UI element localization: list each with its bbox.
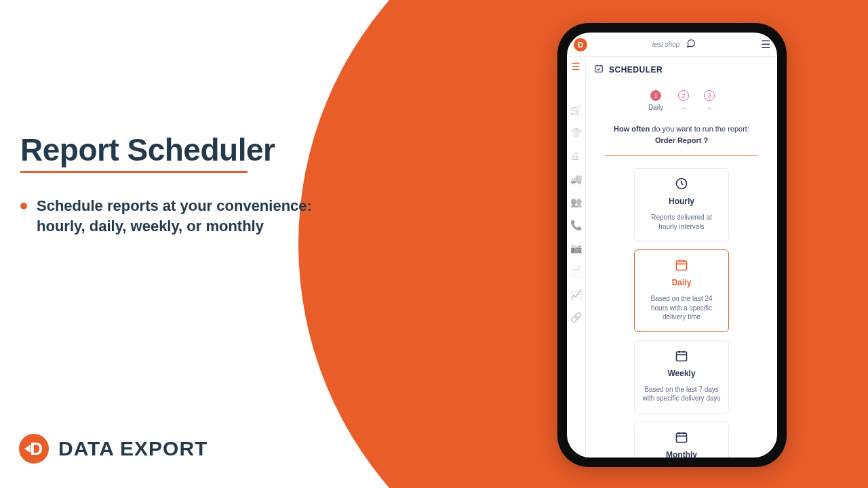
file-icon[interactable]: 📄 [570,266,582,277]
rail-menu-icon[interactable]: ☰ [572,61,580,72]
phone-screen: D test shop ☰ ☰ 🛒👕🖨🚚👥📞📷📄📈🔗 [567,33,777,458]
printer-icon[interactable]: 🖨 [570,150,582,161]
content-area: SCHEDULER 1Daily2--3-- How often do you … [586,57,777,458]
prompt-rest: do you want to run the report: [650,125,749,133]
step-1[interactable]: 1Daily [648,90,663,111]
page-title: Report Scheduler [20,132,275,172]
scheduler-icon [594,64,604,75]
bullet-text: Schedule reports at your convenience: ho… [37,196,346,236]
share-icon[interactable]: 🔗 [570,312,582,323]
option-desc: Based on the last 7 days with specific d… [642,385,722,403]
frequency-prompt: How often do you want to run the report:… [590,123,773,146]
camera-icon[interactable]: 📷 [570,243,582,253]
bullet-row: Schedule reports at your convenience: ho… [20,196,346,236]
brand-text: DATA EXPORT [58,437,208,460]
phone-frame: D test shop ☰ ☰ 🛒👕🖨🚚👥📞📷📄📈🔗 [557,23,787,467]
step-3[interactable]: 3-- [704,90,715,111]
option-daily[interactable]: DailyBased on the last 24 hours with a s… [634,249,729,332]
users-icon[interactable]: 👥 [570,197,582,207]
svg-rect-2 [677,261,687,270]
step-circle: 3 [704,90,715,101]
app-topbar: D test shop ☰ [567,33,777,57]
nav-rail: ☰ 🛒👕🖨🚚👥📞📷📄📈🔗 [567,57,586,458]
svg-rect-4 [677,433,687,442]
step-2[interactable]: 2-- [678,90,689,111]
stepper: 1Daily2--3-- [590,90,773,111]
divider [605,155,758,156]
cart-icon[interactable]: 🛒 [570,104,582,115]
option-title: Weekly [642,369,722,378]
option-title: Hourly [642,197,722,206]
frequency-options: HourlyReports delivered at hourly interv… [590,168,773,458]
svg-rect-3 [677,352,687,361]
page-header: SCHEDULER [590,57,773,78]
brand-logo-icon: D [19,434,49,464]
calendar-icon [642,258,722,275]
page-header-title: SCHEDULER [609,65,663,75]
option-monthly[interactable]: Monthly [634,422,729,458]
option-weekly[interactable]: WeeklyBased on the last 7 days with spec… [634,340,729,413]
chart-icon[interactable]: 📈 [570,289,582,300]
calendar-icon [642,349,722,366]
shop-name: test shop [652,41,680,48]
step-label: Daily [648,104,663,111]
truck-icon[interactable]: 🚚 [570,174,582,184]
option-title: Monthly [642,450,722,458]
step-circle: 2 [678,90,689,101]
marketing-panel: Report Scheduler Schedule reports at you… [20,132,346,236]
bullet-dot-icon [20,203,27,209]
prompt-report-name: Order Report ? [655,136,708,144]
step-label: -- [682,104,686,111]
svg-rect-0 [595,66,603,72]
shirt-icon[interactable]: 👕 [570,127,582,138]
step-circle: 1 [650,90,661,101]
calendar-icon [642,430,722,447]
option-hourly[interactable]: HourlyReports delivered at hourly interv… [634,168,729,241]
menu-button[interactable]: ☰ [761,38,770,51]
clock-icon [642,177,722,194]
phone-icon[interactable]: 📞 [570,220,582,230]
app-logo-icon[interactable]: D [574,38,587,52]
step-label: -- [707,104,712,111]
brand-lockup: D DATA EXPORT [19,434,208,464]
prompt-prefix: How often [614,125,650,133]
option-desc: Reports delivered at hourly intervals [642,213,722,231]
chat-icon[interactable] [686,39,696,50]
option-title: Daily [642,278,722,287]
option-desc: Based on the last 24 hours with a specif… [642,294,722,322]
